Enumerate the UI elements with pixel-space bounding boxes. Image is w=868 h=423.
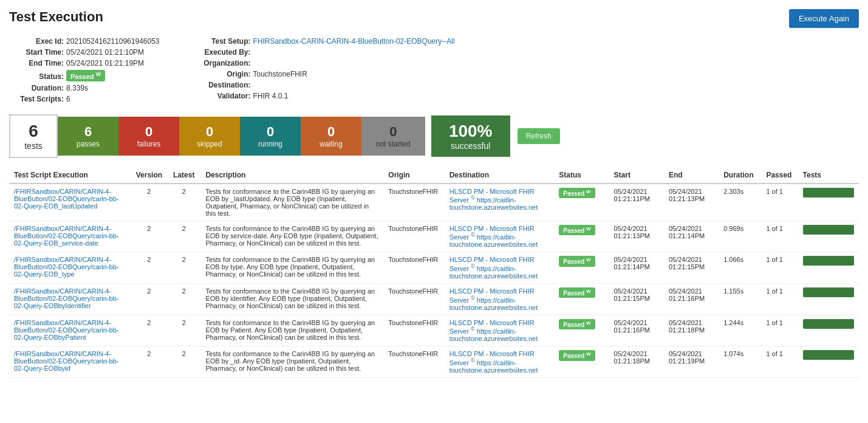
destination-link[interactable]: HLSCD PM - Microsoft FHIR Server © https… <box>449 225 538 249</box>
duration-cell: 1.074s <box>719 346 761 378</box>
meta-section: Exec Id: 20210524162110961946053 Start T… <box>9 37 859 103</box>
script-link[interactable]: /FHIRSandbox/CARIN/CARIN-4-BlueButton/02… <box>14 319 118 341</box>
duration-cell: 1.155s <box>719 283 761 315</box>
script-link[interactable]: /FHIRSandbox/CARIN/CARIN-4-BlueButton/02… <box>14 350 118 372</box>
col-header-tests: Tests <box>798 167 859 184</box>
test-setup-label: Test Setup: <box>196 37 251 46</box>
running-box: 0 running <box>240 117 301 156</box>
latest-cell: 2 <box>167 252 200 284</box>
not-started-label: not started <box>376 140 411 148</box>
end-time-row: End Time: 05/24/2021 01:21:19PM <box>9 59 160 67</box>
description-cell: Tests for conformance to the Carin4BB IG… <box>200 315 383 346</box>
start-cell: 05/24/202101:21:14PM <box>609 252 664 284</box>
start-cell: 05/24/202101:21:18PM <box>609 346 664 378</box>
success-label: successful <box>445 141 497 151</box>
col-header-start: Start <box>609 167 664 184</box>
failures-count: 0 <box>133 124 165 140</box>
description-cell: Tests for conformance to the Carin4BB IG… <box>200 184 383 221</box>
origin-cell: TouchstoneFHIR <box>383 315 444 346</box>
script-cell: /FHIRSandbox/CARIN/CARIN-4-BlueButton/02… <box>9 346 131 378</box>
destination-cell: HLSCD PM - Microsoft FHIR Server © https… <box>445 221 555 252</box>
organization-label: Organization: <box>196 59 251 67</box>
passed-cell: 1 of 1 <box>761 184 798 221</box>
end-cell: 05/24/202101:21:13PM <box>664 184 719 221</box>
version-cell: 2 <box>131 315 168 346</box>
description-cell: Tests for conformance to the Carin4BB IG… <box>200 252 383 284</box>
origin-cell: TouchstoneFHIR <box>383 346 444 378</box>
results-table: Test Script Execution Version Latest Des… <box>9 167 859 378</box>
script-cell: /FHIRSandbox/CARIN/CARIN-4-BlueButton/02… <box>9 252 131 284</box>
total-count: 6 <box>21 122 46 141</box>
start-time-value: 05/24/2021 01:21:10PM <box>66 48 144 57</box>
script-link[interactable]: /FHIRSandbox/CARIN/CARIN-4-BlueButton/02… <box>14 287 118 309</box>
passed-cell: 1 of 1 <box>761 346 798 378</box>
start-cell: 05/24/202101:21:11PM <box>609 184 664 221</box>
progress-bar-fill <box>803 350 854 360</box>
not-started-count: 0 <box>376 124 411 140</box>
exec-id-row: Exec Id: 20210524162110961946053 <box>9 37 160 46</box>
destination-link[interactable]: HLSCD PM - Microsoft FHIR Server © https… <box>449 319 538 343</box>
version-cell: 2 <box>131 252 168 284</box>
exec-id-value: 20210524162110961946053 <box>66 37 160 46</box>
passes-count: 6 <box>72 124 104 140</box>
origin-cell: TouchstoneFHIR <box>383 252 444 284</box>
destination-link[interactable]: HLSCD PM - Microsoft FHIR Server © https… <box>449 256 538 280</box>
script-link[interactable]: /FHIRSandbox/CARIN/CARIN-4-BlueButton/02… <box>14 188 118 210</box>
col-header-destination: Destination <box>445 167 555 184</box>
table-row: /FHIRSandbox/CARIN/CARIN-4-BlueButton/02… <box>9 315 859 346</box>
executed-by-label: Executed By: <box>196 48 251 57</box>
end-cell: 05/24/202101:21:14PM <box>664 221 719 252</box>
origin-cell: TouchstoneFHIR <box>383 283 444 315</box>
latest-cell: 2 <box>167 184 200 221</box>
running-label: running <box>258 140 282 148</box>
tests-cell <box>798 184 859 221</box>
script-cell: /FHIRSandbox/CARIN/CARIN-4-BlueButton/02… <box>9 184 131 221</box>
passed-badge: Passed W <box>559 350 595 360</box>
executed-by-row: Executed By: <box>196 48 455 57</box>
destination-cell: HLSCD PM - Microsoft FHIR Server © https… <box>445 315 555 346</box>
tests-cell <box>798 315 859 346</box>
duration-cell: 1.066s <box>719 252 761 284</box>
refresh-button[interactable]: Refresh <box>518 128 560 144</box>
destination-link[interactable]: HLSCD PM - Microsoft FHIR Server © https… <box>449 350 538 374</box>
validator-label: Validator: <box>196 92 251 100</box>
tests-cell <box>798 252 859 284</box>
execute-again-button[interactable]: Execute Again <box>789 9 859 28</box>
destination-cell: HLSCD PM - Microsoft FHIR Server © https… <box>445 283 555 315</box>
passed-badge: Passed W <box>559 188 595 198</box>
col-header-origin: Origin <box>383 167 444 184</box>
duration-cell: 2.303s <box>719 184 761 221</box>
start-cell: 05/24/202101:21:15PM <box>609 283 664 315</box>
table-row: /FHIRSandbox/CARIN/CARIN-4-BlueButton/02… <box>9 184 859 221</box>
destination-link[interactable]: HLSCD PM - Microsoft FHIR Server © https… <box>449 188 538 212</box>
test-scripts-label: Test Scripts: <box>9 95 64 103</box>
status-row: Status: Passed W <box>9 70 160 81</box>
summary-bar: 6 tests 6 passes 0 failures 0 skipped 0 … <box>9 114 859 158</box>
latest-cell: 2 <box>167 221 200 252</box>
progress-bar-fill <box>803 225 854 235</box>
duration-row: Duration: 8.339s <box>9 84 160 92</box>
total-label: tests <box>21 141 46 151</box>
status-cell: Passed W <box>554 184 609 221</box>
script-cell: /FHIRSandbox/CARIN/CARIN-4-BlueButton/02… <box>9 315 131 346</box>
destination-link[interactable]: HLSCD PM - Microsoft FHIR Server © https… <box>449 287 538 311</box>
origin-row: Origin: TouchstoneFHIR <box>196 70 455 78</box>
passed-badge: Passed W <box>559 319 595 329</box>
duration-label: Duration: <box>9 84 64 92</box>
latest-cell: 2 <box>167 315 200 346</box>
script-link[interactable]: /FHIRSandbox/CARIN/CARIN-4-BlueButton/02… <box>14 225 118 247</box>
waiting-count: 0 <box>315 124 347 140</box>
waiting-box: 0 waiting <box>301 117 361 156</box>
description-cell: Tests for conformance to the Carin4BB IG… <box>200 221 383 252</box>
script-link[interactable]: /FHIRSandbox/CARIN/CARIN-4-BlueButton/02… <box>14 256 118 278</box>
progress-bar <box>803 188 854 198</box>
passed-cell: 1 of 1 <box>761 315 798 346</box>
col-header-status: Status <box>554 167 609 184</box>
test-setup-link[interactable]: FHIRSandbox-CARIN-CARIN-4-BlueButton-02-… <box>253 37 455 46</box>
destination-cell: HLSCD PM - Microsoft FHIR Server © https… <box>445 346 555 378</box>
exec-id-label: Exec Id: <box>9 37 64 46</box>
col-header-description: Description <box>200 167 383 184</box>
end-cell: 05/24/202101:21:16PM <box>664 283 719 315</box>
table-row: /FHIRSandbox/CARIN/CARIN-4-BlueButton/02… <box>9 221 859 252</box>
organization-row: Organization: <box>196 59 455 67</box>
